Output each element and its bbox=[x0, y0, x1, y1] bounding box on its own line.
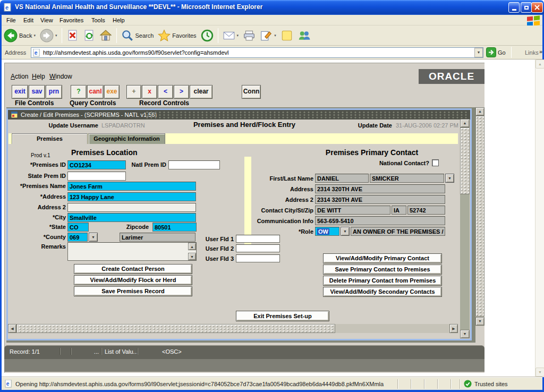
clear-button[interactable]: clear bbox=[190, 85, 212, 99]
premises-name-label: *Premises Name bbox=[4, 183, 66, 189]
favorites-button[interactable]: Favorites bbox=[156, 28, 198, 43]
window-title: VS National Animal Health and Surveillan… bbox=[15, 3, 262, 11]
county-field[interactable]: 069 bbox=[67, 233, 88, 242]
menu-edit[interactable]: Edit bbox=[21, 16, 36, 24]
national-contact-checkbox[interactable] bbox=[432, 159, 439, 166]
scroll-right-icon[interactable]: ▶ bbox=[449, 324, 458, 333]
scroll-left-icon[interactable]: ◀ bbox=[8, 324, 16, 333]
links-label[interactable]: Links bbox=[525, 49, 539, 56]
search-button[interactable]: Search bbox=[119, 28, 156, 43]
oracle-menu-window[interactable]: Window bbox=[49, 73, 72, 80]
next-record-button[interactable]: > bbox=[174, 85, 189, 99]
back-button[interactable]: Back ▾ bbox=[2, 28, 38, 44]
go-button[interactable]: Go bbox=[486, 47, 506, 57]
exit-button[interactable]: exit bbox=[12, 85, 28, 99]
contact-city-field[interactable]: DE WITT bbox=[315, 206, 390, 215]
delete-primary-contact-button[interactable]: Delete Primary Contact from Premises bbox=[323, 276, 442, 286]
inner-vertical-scrollbar-thumb[interactable] bbox=[460, 127, 470, 194]
save-premises-record-button[interactable]: Save Premises Record bbox=[74, 286, 192, 296]
user-fld-3-field[interactable] bbox=[236, 254, 280, 262]
city-field[interactable]: Smallville bbox=[67, 213, 196, 222]
browser-scrollbar[interactable]: ▲ ▼ bbox=[535, 59, 544, 377]
close-button[interactable] bbox=[531, 2, 543, 13]
role-label: *Role bbox=[239, 228, 313, 235]
save-primary-contact-button[interactable]: Save Primary Contact to Premises bbox=[323, 265, 442, 275]
history-clock-icon bbox=[201, 29, 214, 42]
communication-info-field[interactable]: 563-659-5410 bbox=[315, 216, 445, 225]
premises-id-field[interactable]: CO1234 bbox=[67, 160, 126, 169]
premises-name-field[interactable]: Jones Farm bbox=[67, 182, 196, 191]
inner-scroll-down-icon[interactable]: ▼ bbox=[460, 330, 470, 338]
contact-address2-field[interactable]: 2314 320TH AVE bbox=[315, 195, 445, 204]
view-add-modify-flock-or-herd-button[interactable]: View/Add/Modify Flock or Herd bbox=[74, 275, 192, 285]
inner-scroll-up-icon[interactable]: ▲ bbox=[460, 119, 470, 127]
role-dropdown-button[interactable]: ▼ bbox=[341, 227, 350, 236]
menu-help[interactable]: Help bbox=[110, 16, 127, 24]
oracle-menu-help[interactable]: Help bbox=[32, 73, 45, 80]
exit-premises-setup-button[interactable]: Exit Premises Set-up bbox=[236, 311, 329, 321]
tab-geographic-information[interactable]: Geographic Information bbox=[88, 133, 165, 144]
first-name-field[interactable]: DANIEL bbox=[315, 174, 369, 183]
links-chevron-icon[interactable]: » bbox=[539, 48, 542, 55]
contact-state-field[interactable]: IA bbox=[392, 206, 406, 215]
execute-query-button[interactable]: exe bbox=[104, 85, 120, 99]
role-field[interactable]: OW bbox=[315, 227, 339, 236]
print-record-button[interactable]: prn bbox=[46, 85, 62, 99]
mail-button[interactable]: ▾ bbox=[220, 28, 241, 43]
minimize-button[interactable] bbox=[508, 2, 520, 13]
address-field[interactable]: 123 Happy Lane bbox=[67, 192, 196, 201]
previous-record-button[interactable]: < bbox=[158, 85, 173, 99]
edit-button[interactable]: ▾ bbox=[258, 28, 278, 43]
stop-button[interactable] bbox=[64, 28, 81, 42]
menu-file[interactable]: File bbox=[4, 16, 18, 24]
cancel-query-button[interactable]: canl bbox=[87, 85, 104, 99]
contact-zip-field[interactable]: 52742 bbox=[407, 206, 445, 215]
state-prem-id-field[interactable] bbox=[67, 172, 126, 181]
refresh-button[interactable] bbox=[81, 28, 97, 42]
notes-button[interactable] bbox=[278, 28, 295, 43]
save-button[interactable]: sav bbox=[29, 85, 45, 99]
home-button[interactable] bbox=[97, 28, 114, 43]
last-name-field[interactable]: SMICKER bbox=[370, 174, 444, 183]
restore-button[interactable] bbox=[521, 2, 532, 13]
address2-field[interactable] bbox=[67, 203, 196, 212]
applet-scroll-down-icon[interactable]: ▼ bbox=[475, 317, 484, 326]
create-contact-person-button[interactable]: Create Contact Person bbox=[74, 264, 192, 274]
print-button[interactable] bbox=[241, 28, 258, 43]
history-button[interactable] bbox=[199, 28, 216, 43]
applet-vertical-scrollbar-thumb[interactable] bbox=[475, 116, 484, 317]
add-record-button[interactable]: + bbox=[126, 85, 141, 99]
menu-tools[interactable]: Tools bbox=[89, 16, 107, 24]
contact-name-dropdown-button[interactable]: ▼ bbox=[445, 174, 454, 183]
county-name-field: Larimer bbox=[120, 233, 196, 242]
scroll-down-icon[interactable]: ▼ bbox=[536, 368, 544, 377]
contact-address-field[interactable]: 2314 320TH AVE bbox=[315, 184, 445, 193]
print-icon bbox=[243, 29, 256, 42]
zipcode-field[interactable]: 80501 bbox=[152, 223, 197, 232]
applet-scroll-up-icon[interactable]: ▲ bbox=[475, 107, 484, 116]
enter-query-button[interactable]: ? bbox=[71, 85, 87, 99]
remarks-scroll-down-icon[interactable]: ▼ bbox=[188, 253, 196, 260]
natl-prem-id-field[interactable] bbox=[168, 160, 220, 169]
state-field[interactable]: CO bbox=[67, 223, 89, 232]
tab-premises[interactable]: Premises bbox=[12, 133, 88, 144]
menu-favorites[interactable]: Favorites bbox=[57, 16, 86, 24]
menu-view[interactable]: View bbox=[38, 16, 55, 24]
user-fld-2-field[interactable] bbox=[236, 244, 280, 252]
remarks-scroll-up-icon[interactable]: ▲ bbox=[188, 243, 196, 250]
view-add-modify-secondary-contacts-button[interactable]: View/Add/Modify Secondary Contacts bbox=[323, 287, 442, 297]
user-fld-1-field[interactable] bbox=[236, 235, 280, 243]
remarks-textarea[interactable] bbox=[67, 242, 197, 261]
view-add-modify-primary-contact-button[interactable]: View/Add/Modify Primary Contact bbox=[323, 253, 442, 263]
forward-button[interactable]: ▾ bbox=[38, 28, 60, 44]
delete-record-button[interactable]: x bbox=[142, 85, 157, 99]
scroll-up-icon[interactable]: ▲ bbox=[536, 59, 544, 69]
county-dropdown-button[interactable]: ▼ bbox=[89, 233, 98, 242]
horizontal-scrollbar-thumb[interactable] bbox=[16, 324, 335, 333]
address-dropdown-icon[interactable]: ▼ bbox=[474, 48, 483, 57]
conn-button[interactable]: Conn bbox=[242, 85, 261, 99]
oracle-menu-action[interactable]: Action bbox=[11, 73, 28, 80]
messenger-button[interactable] bbox=[295, 28, 312, 43]
address-input[interactable]: e http://ahsmdevtest.aphis.usda.gov/form… bbox=[31, 47, 483, 58]
close-icon bbox=[532, 3, 542, 12]
